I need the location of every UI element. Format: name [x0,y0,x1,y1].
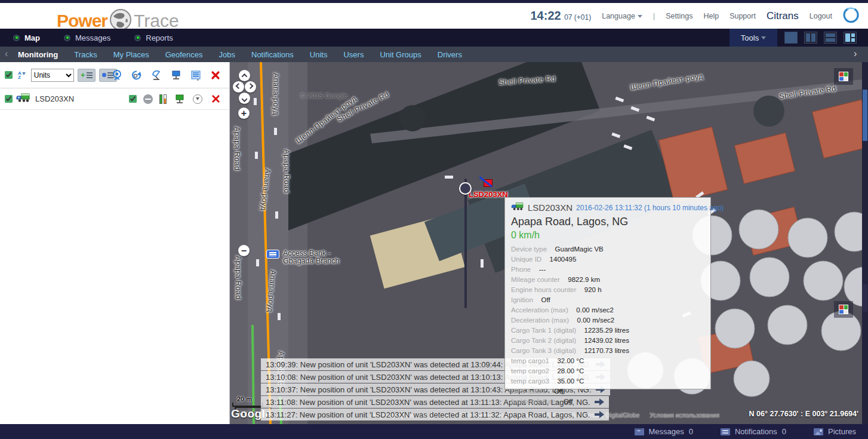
map-type-toggle-button[interactable] [834,68,853,85]
logo-trace-text: Trace [134,11,179,31]
sort-az-icon[interactable]: AZ [18,71,26,79]
unit-close-icon[interactable] [209,93,222,106]
nav-map-label: Map [24,33,40,42]
tab-unit-groups[interactable]: Unit Groups [380,50,421,59]
zoom-slider-handle[interactable] [459,182,472,195]
field-value: 920 h [584,286,602,293]
tab-users[interactable]: Users [343,50,364,59]
field-label: temp cargo2 [511,367,549,374]
field-label: Engine hours counter [511,286,576,293]
nav-tab-reports[interactable]: Reports [134,33,173,42]
popup-field-row: Acceleration (max) 0.00 m/sec2 [511,305,704,315]
language-menu[interactable]: Language [602,12,642,20]
satellite-dish-icon[interactable] [150,69,163,82]
pan-up-button[interactable] [239,70,250,81]
unit-visibility-checkbox[interactable] [129,95,137,103]
truck-icon [16,93,30,105]
units-filter-select[interactable]: Units [31,69,74,82]
popup-field-row: temp cargo2 28.00 °C [511,366,704,376]
notifications-icon [721,428,730,435]
support-link[interactable]: Support [730,12,756,20]
layout-mixed-button[interactable] [844,32,857,44]
field-value: 1400495 [550,256,577,263]
envelope-icon [635,428,644,435]
unit-marker[interactable] [484,179,493,187]
pan-right-button[interactable] [245,81,256,93]
add-to-list-button[interactable]: + [78,69,96,82]
field-label: Cargo Tank 3 (digital) [511,347,576,354]
pan-down-button[interactable] [239,93,250,104]
tab-my-places[interactable]: My Places [113,50,149,59]
tab-tracks[interactable]: Tracks [74,50,97,59]
list-menu-icon[interactable] [189,69,202,82]
scrollbar-thumb[interactable] [863,90,867,141]
plus-icon: + [241,109,247,118]
terms-link[interactable]: Условия использования [650,412,719,419]
tab-jobs[interactable]: Jobs [219,50,235,59]
pan-left-button[interactable] [233,81,244,93]
subnav-scroll-left-icon[interactable]: ‹ [5,48,8,59]
layout-vertical-split-button[interactable] [804,32,817,44]
goto-position-arrow-icon[interactable] [595,411,604,418]
nav-tab-messages[interactable]: Messages [64,33,110,42]
field-label: fuel bus failure [511,398,556,405]
popup-field-row: temp cargo1 32.00 °C [511,355,704,366]
footer-messages-button[interactable]: Messages 0 [635,427,693,436]
popup-field-row: Ignition Off [511,294,704,305]
zoom-in-button[interactable]: + [238,108,250,119]
chevron-down-icon [638,15,642,18]
help-link[interactable]: Help [703,12,719,20]
settings-link[interactable]: Settings [666,12,692,20]
popup-field-row: GPS failure Off [511,386,704,396]
clock: 14:22 07 (+01) [530,9,591,23]
map-type-toggle-button[interactable] [834,301,853,318]
pictures-label: Pictures [828,427,856,436]
tab-drivers[interactable]: Drivers [438,50,462,59]
layout-single-button[interactable] [784,32,798,44]
messages-label: Messages [649,427,684,436]
monitor-network-icon[interactable] [170,69,183,82]
unit-checkbox[interactable] [5,95,13,103]
apply-settings-icon[interactable] [130,69,143,82]
no-motion-icon[interactable] [143,94,153,104]
list-icon [87,72,93,78]
tab-units[interactable]: Units [310,50,328,59]
scrollbar-mark [863,284,867,312]
tab-notifications[interactable]: Notifications [251,50,294,59]
notifications-count: 0 [782,427,786,436]
tab-monitoring[interactable]: Monitoring [18,50,58,59]
units-sidebar: AZ Units + [0,62,230,424]
unit-actions-dropdown-icon[interactable] [193,94,202,104]
popup-field-row: Unique ID 1400495 [511,254,704,264]
zoom-out-button[interactable]: − [238,245,250,256]
popup-timestamp: 2016-02-26 13:11:32 (1 hours 10 minutes … [576,204,724,212]
select-all-checkbox[interactable] [5,71,13,79]
footer-pictures-button[interactable]: Pictures [814,427,856,436]
map-copyright-watermark: © 2015 Google [300,92,347,99]
close-all-icon[interactable] [209,69,222,82]
tools-menu[interactable]: Tools [730,29,777,47]
nav-tab-map[interactable]: Map [13,33,40,42]
map-canvas[interactable]: Апапа-роуд Apapa Road Apapa Road Апапа-р… [230,62,868,424]
connection-bars-icon[interactable] [159,94,167,104]
field-value: Off [554,388,563,395]
camera-tracking-icon[interactable] [110,69,124,82]
units-toolbar: AZ Units + [0,62,229,88]
footer-notifications-button[interactable]: Notifications 0 [721,427,786,436]
unit-info-popup: LSD203XN 2016-02-26 13:11:32 (1 hours 10… [504,197,711,389]
radio-on-icon [64,35,70,41]
logout-link[interactable]: Logout [809,12,832,20]
layout-switcher [784,32,857,44]
account-name[interactable]: Citrans [767,10,799,22]
unit-online-icon[interactable] [173,93,186,106]
subnav-scroll-right-icon[interactable]: › [854,48,857,59]
layout-horizontal-split-button[interactable] [824,32,837,44]
map-road-label: Apapa Road [282,149,291,194]
tools-label: Tools [741,33,759,42]
unit-row[interactable]: LSD203XN [0,88,229,110]
popup-field-row: Deceleration (max) 0.00 m/sec2 [511,315,704,325]
map-right-scrollbar[interactable] [862,62,868,424]
tab-geofences[interactable]: Geofences [165,50,203,59]
zoom-slider-track[interactable] [464,179,467,308]
field-label: Device type [511,245,547,253]
